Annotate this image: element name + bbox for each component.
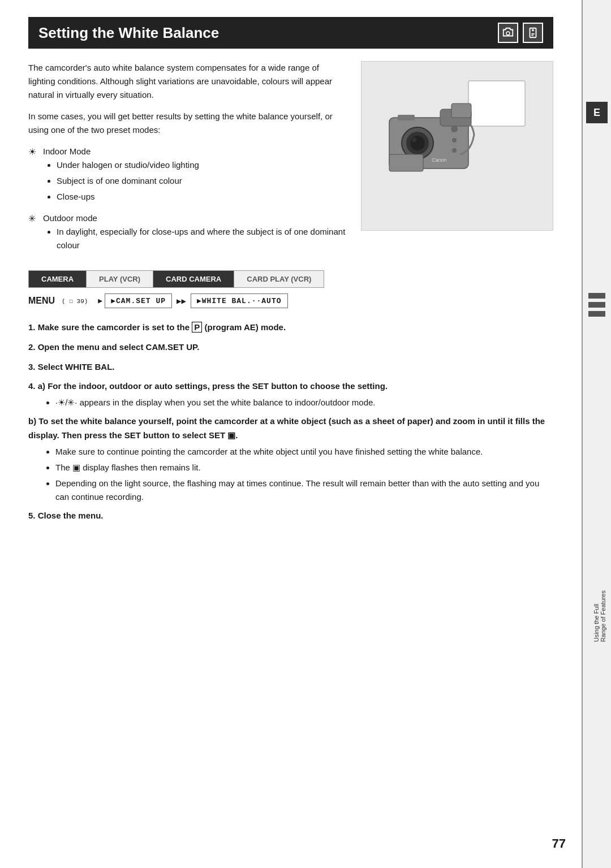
camera-icon xyxy=(502,27,514,39)
step-1-text: Make sure the camcorder is set to the P … xyxy=(38,322,286,332)
svg-point-7 xyxy=(410,136,425,150)
main-content: Setting the White Balance The c xyxy=(0,0,582,551)
list-item: ·☀/✳· appears in the display when you se… xyxy=(55,396,553,409)
intro-paragraph-1: The camcorder's auto white balance syste… xyxy=(28,61,347,102)
svg-rect-1 xyxy=(468,81,525,126)
sidebar-bar-2 xyxy=(588,302,605,308)
step-4b-sub: Make sure to continue pointing the camco… xyxy=(44,445,553,503)
tab-camera[interactable]: CAMERA xyxy=(29,271,87,287)
content-text: The camcorder's auto white balance syste… xyxy=(28,61,347,260)
step-3: 3. Select WHITE BAL. xyxy=(28,360,553,374)
indoor-mode-item: ☀ Indoor Mode Under halogen or studio/vi… xyxy=(28,145,347,208)
mode-tabs: CAMERA PLAY (VCR) CARD CAMERA CARD PLAY … xyxy=(28,270,324,288)
step-1-num: 1. xyxy=(28,322,38,332)
page-number: 77 xyxy=(552,836,566,851)
svg-point-13 xyxy=(452,138,457,142)
outdoor-mode-item: ✳ Outdoor mode In daylight, especially f… xyxy=(28,211,347,257)
title-bar: Setting the White Balance xyxy=(28,17,553,49)
menu-arrow-1: ▶ xyxy=(98,296,102,305)
indoor-mode-bullets: Under halogen or studio/video lighting S… xyxy=(57,158,347,204)
list-item: Close-ups xyxy=(57,190,347,204)
step-5-text: 5. Close the menu. xyxy=(28,511,104,520)
list-item: The ▣ display flashes then remains lit. xyxy=(55,461,553,474)
outdoor-mode-text: Outdoor mode In daylight, especially for… xyxy=(43,211,347,257)
svg-rect-10 xyxy=(451,103,471,118)
svg-point-14 xyxy=(452,148,457,153)
tab-card-play-vcr[interactable]: CARD PLAY (VCR) xyxy=(234,271,324,287)
page-wrapper: E Using the Full Range of Features Setti… xyxy=(0,0,611,868)
menu-double-arrow: ▶▶ xyxy=(177,296,186,306)
step-2-text: 2. Open the menu and select CAM.SET UP. xyxy=(28,342,199,352)
menu-ref: ( ☐ 39) xyxy=(62,297,88,305)
svg-text:Canon: Canon xyxy=(432,157,447,163)
tab-play-vcr[interactable]: PLAY (VCR) xyxy=(87,271,153,287)
tab-card-camera[interactable]: CARD CAMERA xyxy=(153,271,234,287)
camera-svg: Canon xyxy=(372,72,542,219)
sidebar-bars xyxy=(588,293,605,317)
svg-rect-11 xyxy=(398,115,415,120)
title-icons xyxy=(498,23,543,43)
remote-icon xyxy=(527,27,539,39)
step-4b: b) To set the white balance yourself, po… xyxy=(28,414,553,503)
indoor-mode-label: Indoor Mode xyxy=(43,146,91,156)
step-4a-sub: ·☀/✳· appears in the display when you se… xyxy=(44,396,553,409)
svg-point-12 xyxy=(451,126,458,132)
outdoor-mode-icon: ✳ xyxy=(28,211,40,226)
svg-rect-16 xyxy=(389,154,423,171)
camera-illustration: Canon xyxy=(362,62,553,230)
menu-bar: MENU ( ☐ 39) ▶ ▶CAM.SET UP ▶▶ ▶WHITE BAL… xyxy=(28,293,553,308)
step-4a-text: 4. a) For the indoor, outdoor or auto se… xyxy=(28,381,388,391)
right-sidebar: E Using the Full Range of Features xyxy=(582,0,611,868)
sidebar-bar-1 xyxy=(588,293,605,299)
list-item: Depending on the light source, the flash… xyxy=(55,477,553,503)
menu-white-bal: ▶WHITE BAL.··AUTO xyxy=(191,293,288,308)
list-item: In daylight, especially for close-ups an… xyxy=(57,225,347,252)
content-top: The camcorder's auto white balance syste… xyxy=(28,61,553,260)
menu-cam-setup: ▶CAM.SET UP xyxy=(105,293,172,308)
page-title: Setting the White Balance xyxy=(38,24,219,42)
sidebar-vertical-text: Using the Full Range of Features xyxy=(593,590,606,642)
step-5: 5. Close the menu. xyxy=(28,509,553,523)
camera-icon-box xyxy=(498,23,518,43)
svg-point-8 xyxy=(412,137,416,142)
instructions: 1. Make sure the camcorder is set to the… xyxy=(28,321,553,523)
list-item: Make sure to continue pointing the camco… xyxy=(55,445,553,458)
remote-icon-box xyxy=(523,23,543,43)
step-1: 1. Make sure the camcorder is set to the… xyxy=(28,321,553,335)
menu-label: MENU xyxy=(28,296,55,306)
indoor-mode-icon: ☀ xyxy=(28,145,40,159)
sidebar-letter: E xyxy=(586,102,608,123)
step-4a: 4. a) For the indoor, outdoor or auto se… xyxy=(28,379,553,409)
list-item: Under halogen or studio/video lighting xyxy=(57,158,347,172)
step-4b-text: b) To set the white balance yourself, po… xyxy=(28,416,545,440)
outdoor-mode-label: Outdoor mode xyxy=(43,213,97,223)
sidebar-bar-3 xyxy=(588,311,605,317)
outdoor-mode-bullets: In daylight, especially for close-ups an… xyxy=(57,225,347,252)
indoor-mode-text: Indoor Mode Under halogen or studio/vide… xyxy=(43,145,347,208)
list-item: Subject is of one dominant colour xyxy=(57,174,347,188)
camera-image-area: Canon xyxy=(361,61,553,231)
step-3-text: 3. Select WHITE BAL. xyxy=(28,362,115,372)
intro-paragraph-2: In some cases, you will get better resul… xyxy=(28,110,347,137)
step-2: 2. Open the menu and select CAM.SET UP. xyxy=(28,340,553,355)
